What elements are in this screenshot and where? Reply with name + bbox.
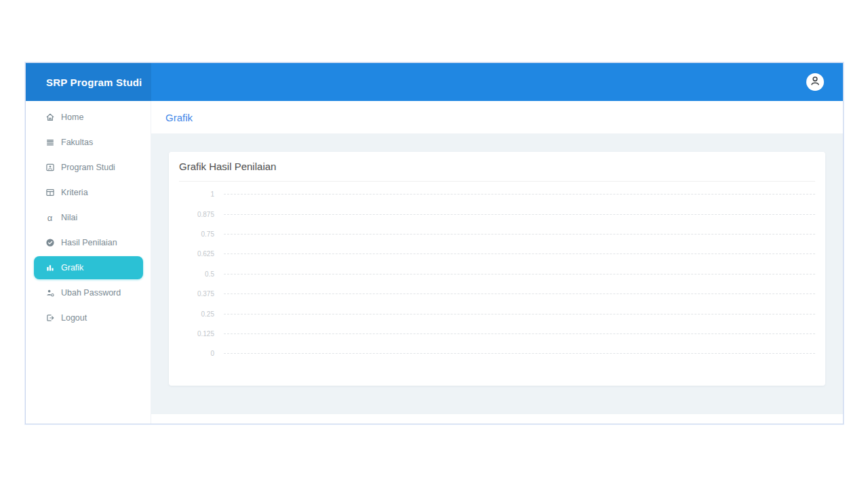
gridline xyxy=(224,274,815,274)
card-title: Grafik Hasil Penilaian xyxy=(179,152,815,182)
sidebar-item-logout[interactable]: Logout xyxy=(34,306,143,329)
sidebar-item-fakultas[interactable]: Fakultas xyxy=(34,131,143,154)
topbar-right xyxy=(151,63,843,101)
body-row: HomeFakultasProgram StudiKriteriaαNilaiH… xyxy=(26,101,843,424)
chart-grid-row: 0.75 xyxy=(179,224,815,244)
alpha-icon: α xyxy=(45,213,55,223)
chart-grid-row: 0.125 xyxy=(179,324,815,344)
list-icon xyxy=(45,138,55,148)
sidebar-item-label: Program Studi xyxy=(61,163,115,172)
main-area: Grafik Grafik Hasil Penilaian 10.8750.75… xyxy=(151,101,843,424)
sidebar-item-label: Logout xyxy=(61,313,87,323)
check-circle-icon xyxy=(45,238,55,248)
gridline xyxy=(224,194,815,195)
sidebar-item-kriteria[interactable]: Kriteria xyxy=(34,181,143,204)
y-axis-tick-label: 0.625 xyxy=(179,250,214,258)
sidebar-nav: HomeFakultasProgram StudiKriteriaαNilaiH… xyxy=(26,101,151,424)
sidebar-item-label: Hasil Penilaian xyxy=(61,238,117,247)
y-axis-tick-label: 0.5 xyxy=(179,270,214,278)
content-area: Grafik Hasil Penilaian 10.8750.750.6250.… xyxy=(151,134,843,414)
sidebar-item-label: Ubah Password xyxy=(61,288,121,298)
page: SRP Program Studi HomeFakultasProgram St… xyxy=(0,0,868,488)
sidebar-item-label: Home xyxy=(61,113,83,122)
gridline xyxy=(224,234,815,235)
gridline xyxy=(224,314,815,314)
chart-grid-row: 0.5 xyxy=(179,264,815,284)
chart-card: Grafik Hasil Penilaian 10.8750.750.6250.… xyxy=(169,152,825,386)
chart-area: 10.8750.750.6250.50.3750.250.1250 xyxy=(179,182,815,364)
chart-grid-row: 0.375 xyxy=(179,284,815,304)
y-axis-tick-label: 0 xyxy=(179,350,214,357)
id-card-icon xyxy=(45,163,55,173)
sidebar-item-ubah-password[interactable]: Ubah Password xyxy=(34,281,143,304)
chart-grid-row: 0.25 xyxy=(179,304,815,323)
sidebar-item-grafik[interactable]: Grafik xyxy=(34,256,143,279)
y-axis-tick-label: 0.25 xyxy=(179,310,214,318)
sidebar-item-label: Kriteria xyxy=(61,188,88,197)
sidebar-item-label: Grafik xyxy=(61,263,83,272)
sidebar-item-nilai[interactable]: αNilai xyxy=(34,206,143,229)
gridline xyxy=(224,353,815,354)
gridline xyxy=(224,293,815,294)
user-gear-icon xyxy=(45,288,55,298)
y-axis-tick-label: 0.75 xyxy=(179,230,214,238)
chart-grid-row: 0.875 xyxy=(179,204,815,224)
sidebar-item-program-studi[interactable]: Program Studi xyxy=(34,156,143,179)
top-navbar: SRP Program Studi xyxy=(26,63,843,101)
user-icon xyxy=(808,73,823,91)
sidebar-item-home[interactable]: Home xyxy=(34,106,143,129)
sidebar-item-hasil-penilaian[interactable]: Hasil Penilaian xyxy=(34,231,143,254)
chart-grid-row: 0.625 xyxy=(179,244,815,264)
breadcrumb-link-grafik[interactable]: Grafik xyxy=(165,112,193,123)
y-axis-tick-label: 0.375 xyxy=(179,290,214,298)
y-axis-tick-label: 1 xyxy=(179,190,214,198)
home-icon xyxy=(45,113,55,123)
app-window: SRP Program Studi HomeFakultasProgram St… xyxy=(25,62,844,424)
gridline xyxy=(224,253,815,254)
logout-icon xyxy=(45,313,55,323)
table-icon xyxy=(45,188,55,198)
chart-grid-row: 1 xyxy=(179,184,815,204)
gridline xyxy=(224,333,815,334)
sidebar-item-label: Fakultas xyxy=(61,138,93,147)
bar-chart-icon xyxy=(45,263,55,273)
footer-strip xyxy=(151,414,843,424)
app-title: SRP Program Studi xyxy=(26,63,151,101)
breadcrumb: Grafik xyxy=(151,101,843,134)
user-menu-button[interactable] xyxy=(806,73,824,91)
y-axis-tick-label: 0.125 xyxy=(179,330,214,338)
sidebar-item-label: Nilai xyxy=(61,213,77,222)
y-axis-tick-label: 0.875 xyxy=(179,211,214,218)
gridline xyxy=(224,214,815,215)
chart-grid-row: 0 xyxy=(179,344,815,363)
